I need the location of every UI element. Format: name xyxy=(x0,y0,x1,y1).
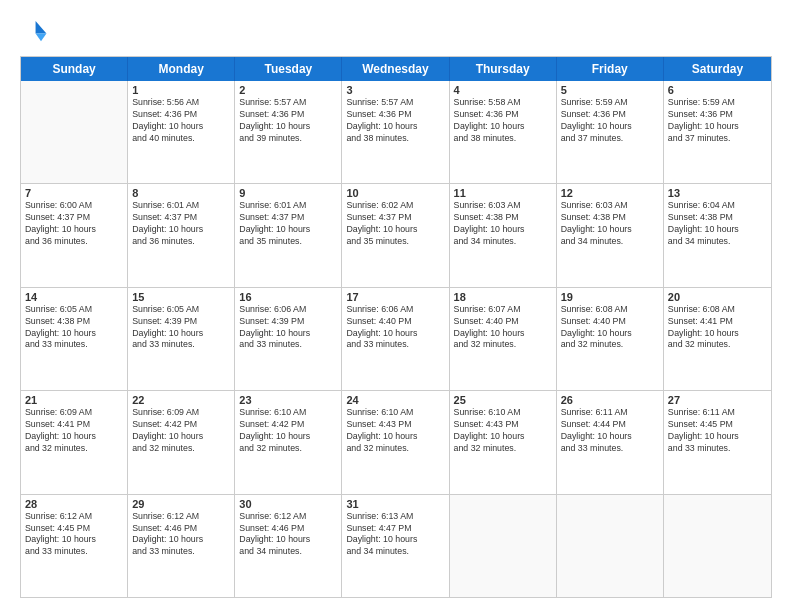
day-number: 19 xyxy=(561,291,659,303)
svg-rect-2 xyxy=(22,21,36,41)
day-cell-11: 11Sunrise: 6:03 AM Sunset: 4:38 PM Dayli… xyxy=(450,184,557,286)
calendar-header: SundayMondayTuesdayWednesdayThursdayFrid… xyxy=(21,57,771,81)
logo xyxy=(20,18,52,46)
week-row-4: 28Sunrise: 6:12 AM Sunset: 4:45 PM Dayli… xyxy=(21,494,771,597)
header-cell-saturday: Saturday xyxy=(664,57,771,81)
day-info: Sunrise: 6:05 AM Sunset: 4:39 PM Dayligh… xyxy=(132,304,230,352)
day-info: Sunrise: 6:03 AM Sunset: 4:38 PM Dayligh… xyxy=(561,200,659,248)
calendar-body: 1Sunrise: 5:56 AM Sunset: 4:36 PM Daylig… xyxy=(21,81,771,597)
week-row-0: 1Sunrise: 5:56 AM Sunset: 4:36 PM Daylig… xyxy=(21,81,771,183)
day-info: Sunrise: 6:09 AM Sunset: 4:41 PM Dayligh… xyxy=(25,407,123,455)
day-cell-6: 6Sunrise: 5:59 AM Sunset: 4:36 PM Daylig… xyxy=(664,81,771,183)
page: SundayMondayTuesdayWednesdayThursdayFrid… xyxy=(0,0,792,612)
day-cell-10: 10Sunrise: 6:02 AM Sunset: 4:37 PM Dayli… xyxy=(342,184,449,286)
day-cell-8: 8Sunrise: 6:01 AM Sunset: 4:37 PM Daylig… xyxy=(128,184,235,286)
day-cell-3: 3Sunrise: 5:57 AM Sunset: 4:36 PM Daylig… xyxy=(342,81,449,183)
day-cell-30: 30Sunrise: 6:12 AM Sunset: 4:46 PM Dayli… xyxy=(235,495,342,597)
day-number: 8 xyxy=(132,187,230,199)
day-cell-28: 28Sunrise: 6:12 AM Sunset: 4:45 PM Dayli… xyxy=(21,495,128,597)
day-info: Sunrise: 6:12 AM Sunset: 4:46 PM Dayligh… xyxy=(132,511,230,559)
svg-marker-0 xyxy=(36,21,47,33)
day-number: 25 xyxy=(454,394,552,406)
day-info: Sunrise: 6:13 AM Sunset: 4:47 PM Dayligh… xyxy=(346,511,444,559)
day-info: Sunrise: 6:10 AM Sunset: 4:43 PM Dayligh… xyxy=(346,407,444,455)
day-number: 13 xyxy=(668,187,767,199)
day-cell-21: 21Sunrise: 6:09 AM Sunset: 4:41 PM Dayli… xyxy=(21,391,128,493)
header-cell-tuesday: Tuesday xyxy=(235,57,342,81)
day-number: 6 xyxy=(668,84,767,96)
day-cell-15: 15Sunrise: 6:05 AM Sunset: 4:39 PM Dayli… xyxy=(128,288,235,390)
header-cell-wednesday: Wednesday xyxy=(342,57,449,81)
day-info: Sunrise: 5:59 AM Sunset: 4:36 PM Dayligh… xyxy=(561,97,659,145)
day-number: 2 xyxy=(239,84,337,96)
day-info: Sunrise: 6:10 AM Sunset: 4:42 PM Dayligh… xyxy=(239,407,337,455)
day-info: Sunrise: 6:00 AM Sunset: 4:37 PM Dayligh… xyxy=(25,200,123,248)
day-number: 27 xyxy=(668,394,767,406)
day-cell-16: 16Sunrise: 6:06 AM Sunset: 4:39 PM Dayli… xyxy=(235,288,342,390)
day-info: Sunrise: 6:06 AM Sunset: 4:39 PM Dayligh… xyxy=(239,304,337,352)
day-cell-27: 27Sunrise: 6:11 AM Sunset: 4:45 PM Dayli… xyxy=(664,391,771,493)
day-cell-25: 25Sunrise: 6:10 AM Sunset: 4:43 PM Dayli… xyxy=(450,391,557,493)
day-cell-9: 9Sunrise: 6:01 AM Sunset: 4:37 PM Daylig… xyxy=(235,184,342,286)
day-number: 22 xyxy=(132,394,230,406)
day-info: Sunrise: 6:12 AM Sunset: 4:45 PM Dayligh… xyxy=(25,511,123,559)
empty-cell-4-6 xyxy=(664,495,771,597)
day-info: Sunrise: 6:05 AM Sunset: 4:38 PM Dayligh… xyxy=(25,304,123,352)
day-cell-2: 2Sunrise: 5:57 AM Sunset: 4:36 PM Daylig… xyxy=(235,81,342,183)
empty-cell-4-5 xyxy=(557,495,664,597)
day-info: Sunrise: 6:11 AM Sunset: 4:45 PM Dayligh… xyxy=(668,407,767,455)
day-cell-1: 1Sunrise: 5:56 AM Sunset: 4:36 PM Daylig… xyxy=(128,81,235,183)
day-number: 11 xyxy=(454,187,552,199)
day-cell-4: 4Sunrise: 5:58 AM Sunset: 4:36 PM Daylig… xyxy=(450,81,557,183)
day-number: 10 xyxy=(346,187,444,199)
day-number: 23 xyxy=(239,394,337,406)
day-number: 18 xyxy=(454,291,552,303)
day-info: Sunrise: 6:01 AM Sunset: 4:37 PM Dayligh… xyxy=(239,200,337,248)
day-cell-20: 20Sunrise: 6:08 AM Sunset: 4:41 PM Dayli… xyxy=(664,288,771,390)
day-number: 24 xyxy=(346,394,444,406)
day-cell-7: 7Sunrise: 6:00 AM Sunset: 4:37 PM Daylig… xyxy=(21,184,128,286)
day-number: 28 xyxy=(25,498,123,510)
day-info: Sunrise: 6:03 AM Sunset: 4:38 PM Dayligh… xyxy=(454,200,552,248)
day-cell-14: 14Sunrise: 6:05 AM Sunset: 4:38 PM Dayli… xyxy=(21,288,128,390)
week-row-2: 14Sunrise: 6:05 AM Sunset: 4:38 PM Dayli… xyxy=(21,287,771,390)
day-info: Sunrise: 5:56 AM Sunset: 4:36 PM Dayligh… xyxy=(132,97,230,145)
day-info: Sunrise: 6:01 AM Sunset: 4:37 PM Dayligh… xyxy=(132,200,230,248)
day-info: Sunrise: 5:57 AM Sunset: 4:36 PM Dayligh… xyxy=(346,97,444,145)
day-info: Sunrise: 6:11 AM Sunset: 4:44 PM Dayligh… xyxy=(561,407,659,455)
day-cell-24: 24Sunrise: 6:10 AM Sunset: 4:43 PM Dayli… xyxy=(342,391,449,493)
empty-cell-0-0 xyxy=(21,81,128,183)
header-cell-thursday: Thursday xyxy=(450,57,557,81)
day-cell-5: 5Sunrise: 5:59 AM Sunset: 4:36 PM Daylig… xyxy=(557,81,664,183)
day-info: Sunrise: 6:08 AM Sunset: 4:40 PM Dayligh… xyxy=(561,304,659,352)
day-info: Sunrise: 6:09 AM Sunset: 4:42 PM Dayligh… xyxy=(132,407,230,455)
day-cell-13: 13Sunrise: 6:04 AM Sunset: 4:38 PM Dayli… xyxy=(664,184,771,286)
day-number: 31 xyxy=(346,498,444,510)
day-number: 26 xyxy=(561,394,659,406)
day-number: 3 xyxy=(346,84,444,96)
day-number: 29 xyxy=(132,498,230,510)
day-info: Sunrise: 5:59 AM Sunset: 4:36 PM Dayligh… xyxy=(668,97,767,145)
day-cell-29: 29Sunrise: 6:12 AM Sunset: 4:46 PM Dayli… xyxy=(128,495,235,597)
day-info: Sunrise: 5:57 AM Sunset: 4:36 PM Dayligh… xyxy=(239,97,337,145)
day-info: Sunrise: 6:10 AM Sunset: 4:43 PM Dayligh… xyxy=(454,407,552,455)
day-number: 30 xyxy=(239,498,337,510)
header xyxy=(20,18,772,46)
day-cell-19: 19Sunrise: 6:08 AM Sunset: 4:40 PM Dayli… xyxy=(557,288,664,390)
day-number: 9 xyxy=(239,187,337,199)
calendar: SundayMondayTuesdayWednesdayThursdayFrid… xyxy=(20,56,772,598)
day-cell-22: 22Sunrise: 6:09 AM Sunset: 4:42 PM Dayli… xyxy=(128,391,235,493)
header-cell-monday: Monday xyxy=(128,57,235,81)
day-info: Sunrise: 6:04 AM Sunset: 4:38 PM Dayligh… xyxy=(668,200,767,248)
day-number: 21 xyxy=(25,394,123,406)
day-cell-18: 18Sunrise: 6:07 AM Sunset: 4:40 PM Dayli… xyxy=(450,288,557,390)
week-row-3: 21Sunrise: 6:09 AM Sunset: 4:41 PM Dayli… xyxy=(21,390,771,493)
day-number: 12 xyxy=(561,187,659,199)
day-number: 14 xyxy=(25,291,123,303)
day-number: 7 xyxy=(25,187,123,199)
day-info: Sunrise: 6:12 AM Sunset: 4:46 PM Dayligh… xyxy=(239,511,337,559)
logo-icon xyxy=(20,18,48,46)
day-cell-31: 31Sunrise: 6:13 AM Sunset: 4:47 PM Dayli… xyxy=(342,495,449,597)
empty-cell-4-4 xyxy=(450,495,557,597)
week-row-1: 7Sunrise: 6:00 AM Sunset: 4:37 PM Daylig… xyxy=(21,183,771,286)
